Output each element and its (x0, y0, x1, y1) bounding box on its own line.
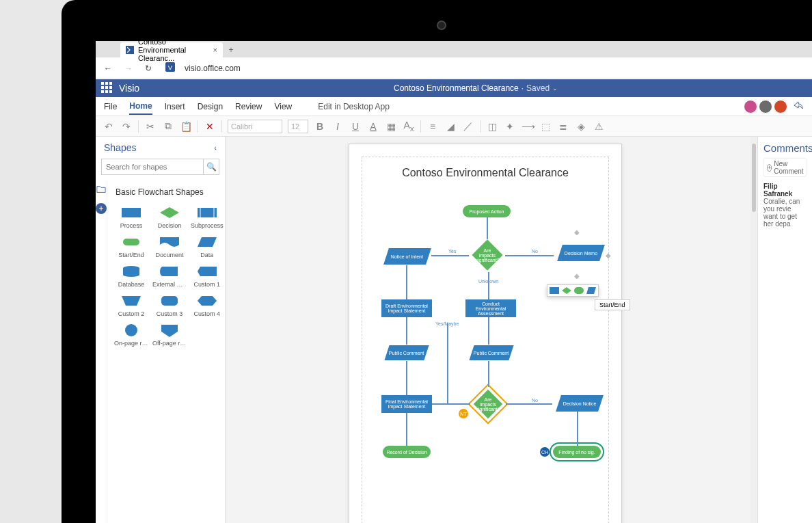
qs-data-icon[interactable] (586, 287, 596, 294)
clear-format-button[interactable]: Ax (403, 120, 415, 133)
underline-button[interactable]: U (349, 121, 362, 132)
shape-item[interactable]: On-page ref... (113, 321, 150, 348)
shape-button[interactable]: ◈ (575, 121, 587, 132)
ribbon-tab-home[interactable]: Home (129, 98, 152, 115)
shapes-search-input[interactable] (101, 159, 219, 175)
group-button[interactable]: ⬚ (539, 121, 552, 132)
shape-item[interactable]: External Data (151, 263, 188, 289)
shape-item[interactable]: Decision (151, 204, 188, 230)
alignment-handle-icon[interactable]: ◆ (574, 272, 580, 280)
shape-item[interactable]: Subprocess (189, 204, 225, 230)
stencil-icon[interactable] (96, 185, 106, 196)
highlight-button[interactable]: ▦ (385, 121, 397, 132)
shape-item[interactable]: Off-page ref... (151, 321, 188, 348)
url-text[interactable]: visio.office.com (185, 64, 241, 73)
copy-icon[interactable]: ⧉ (162, 120, 174, 132)
alignment-handle-icon[interactable]: ◆ (574, 228, 580, 236)
check-button[interactable]: ⚠ (593, 121, 605, 132)
refresh-button[interactable]: ↻ (145, 64, 156, 73)
node-proposed-action[interactable]: Proposed Action (463, 205, 511, 217)
avatar[interactable] (759, 100, 772, 113)
drawing-page[interactable]: Contoso Environmental Clearance Proposed… (349, 144, 622, 523)
ribbon-tab-view[interactable]: View (274, 99, 292, 114)
node-public-comment-1[interactable]: Public Comment (384, 345, 429, 360)
shape-icon (120, 264, 142, 279)
canvas[interactable]: Contoso Environmental Clearance Proposed… (226, 137, 757, 523)
redo-button[interactable]: ↷ (120, 121, 133, 132)
position-button[interactable]: ✦ (504, 121, 516, 132)
paintbrush-icon[interactable]: ✂ (144, 121, 157, 132)
shape-item[interactable]: Custom 3 (151, 292, 188, 319)
delete-icon[interactable]: ✕ (204, 121, 216, 132)
qs-terminator-icon[interactable] (574, 287, 584, 294)
shape-item[interactable]: Database (113, 263, 150, 289)
ribbon-tab-insert[interactable]: Insert (165, 99, 185, 114)
document-menu-chevron-icon[interactable]: ⌄ (552, 85, 558, 92)
node-notice-of-intent[interactable]: Notice of Intent (383, 248, 431, 265)
ribbon-tab-review[interactable]: Review (235, 99, 262, 114)
shape-item[interactable]: Document (151, 233, 188, 260)
shape-item[interactable]: Custom 2 (113, 292, 150, 319)
node-public-comment-2[interactable]: Public Comment (469, 345, 513, 360)
node-decision-memo[interactable]: Decision Memo (557, 245, 605, 261)
document-title[interactable]: Contoso Environmental Clearance (394, 83, 519, 93)
shape-item[interactable]: Data (189, 233, 225, 260)
edit-in-desktop-button[interactable]: Edit in Desktop App (318, 102, 390, 111)
font-color-button[interactable]: A (367, 121, 379, 132)
browser-tab[interactable]: Contoso Environmental Clearanc... × (120, 42, 223, 57)
presence-chip-nt[interactable]: NT (459, 409, 468, 418)
app-launcher-button[interactable] (101, 82, 113, 94)
comments-panel: Comments + New Comment Filip Safranek Co… (757, 137, 812, 523)
qs-process-icon[interactable] (550, 287, 559, 294)
align-button[interactable]: ≡ (427, 121, 439, 132)
quick-shapes-popup[interactable] (547, 284, 599, 297)
node-record-of-decision[interactable]: Record of Decision (383, 446, 431, 458)
ribbon-tab-design[interactable]: Design (198, 99, 223, 114)
close-tab-icon[interactable]: × (213, 46, 217, 54)
node-final-eis[interactable]: Final Environmental Impact Statement (381, 395, 432, 413)
forward-button[interactable]: → (124, 64, 135, 73)
collapse-shapes-icon[interactable]: ‹ (214, 144, 217, 152)
back-button[interactable]: ← (104, 64, 115, 73)
svg-marker-16 (122, 296, 141, 306)
node-conduct-ea[interactable]: Conduct Environmental Assessment (465, 299, 516, 317)
italic-button[interactable]: I (331, 121, 344, 132)
paste-icon[interactable]: 📋 (180, 121, 192, 132)
ribbon-tab-file[interactable]: File (104, 99, 117, 114)
font-size-input[interactable] (288, 120, 308, 133)
new-comment-button[interactable]: + New Comment (763, 158, 807, 177)
arrange-button[interactable]: ◫ (486, 121, 498, 132)
shape-item[interactable]: Custom 1 (189, 263, 225, 289)
node-draft-eis[interactable]: Draft Environmental Impact Statement (381, 299, 432, 317)
search-icon[interactable]: 🔍 (203, 159, 219, 175)
node-decision-notice[interactable]: Decision Notice (556, 395, 604, 412)
node-are-impacts-significant-1[interactable]: Are impacts significant? (472, 239, 502, 270)
shape-item[interactable]: Process (113, 204, 150, 230)
layer-button[interactable]: ≣ (557, 121, 569, 132)
connector-button[interactable]: ⟶ (522, 121, 534, 132)
toolbar: ↶ ↷ ✂ ⧉ 📋 ✕ B I U A ▦ Ax ≡ ◢ ／ ◫ ✦ ⟶ ⬚ (96, 116, 812, 137)
add-stencil-button[interactable]: + (96, 203, 107, 214)
qs-decision-icon[interactable] (562, 287, 571, 294)
vertical-scrollbar[interactable] (750, 137, 757, 523)
shape-label: Off-page ref... (152, 340, 187, 347)
shape-item[interactable]: Start/End (113, 233, 150, 260)
avatar[interactable] (774, 100, 787, 113)
share-icon[interactable] (793, 100, 804, 113)
alignment-handle-icon[interactable]: ◆ (606, 252, 611, 259)
svg-marker-9 (198, 237, 217, 247)
font-name-input[interactable] (228, 120, 282, 133)
bold-button[interactable]: B (314, 121, 326, 132)
svg-rect-3 (122, 208, 141, 217)
node-finding-nsi[interactable]: Finding of no sig. (553, 446, 601, 458)
avatar[interactable] (744, 100, 757, 113)
node-are-impacts-significant-2[interactable]: Are impacts significant? (474, 390, 502, 418)
fill-button[interactable]: ◢ (444, 121, 457, 132)
new-tab-button[interactable]: + (223, 42, 239, 57)
shape-item[interactable]: Custom 4 (189, 292, 225, 319)
line-button[interactable]: ／ (462, 120, 474, 133)
undo-button[interactable]: ↶ (103, 121, 115, 132)
shape-icon (120, 293, 142, 308)
presence-chip-ch[interactable]: CH (540, 447, 550, 457)
connector (506, 403, 552, 405)
